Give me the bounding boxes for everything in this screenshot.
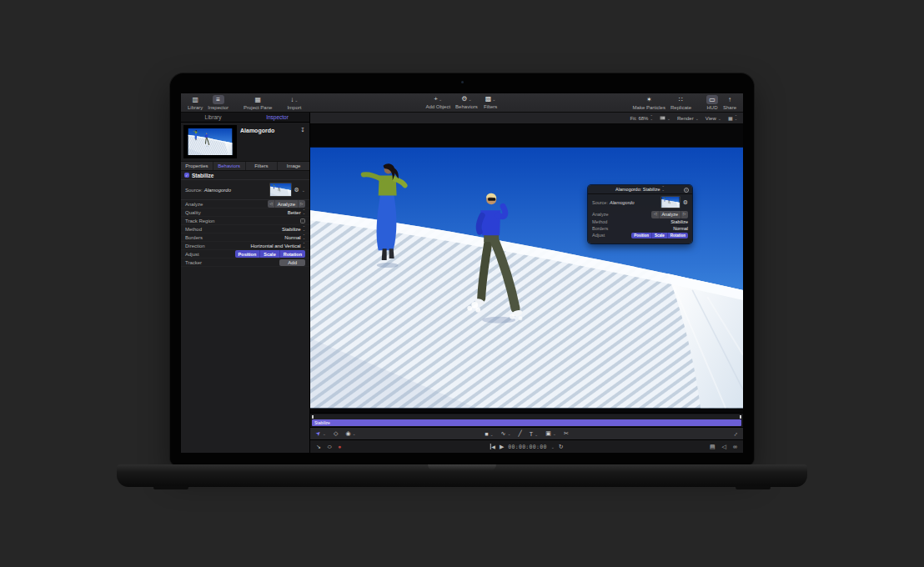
hud-adjust-position-button[interactable]: Position: [631, 233, 652, 238]
chevron-down-icon: ⌄: [490, 432, 493, 437]
cut-tool-button[interactable]: ✂: [564, 430, 569, 437]
hud-label: HUD: [706, 105, 717, 110]
tab-filters[interactable]: Filters: [246, 162, 279, 170]
project-pane-button[interactable]: ▦ Project Pane: [244, 95, 272, 110]
tracker-row: Tracker Add: [181, 258, 309, 267]
tab-library[interactable]: Library: [181, 113, 245, 122]
source-gear-icon[interactable]: ⚙: [294, 187, 299, 193]
direction-popup[interactable]: Horizontal and Vertical ⌃⌄: [251, 243, 305, 248]
direction-label: Direction: [185, 243, 205, 248]
transform-tool-button[interactable]: ◇: [334, 430, 338, 437]
hud-method-value[interactable]: Stabilize: [670, 219, 688, 224]
behavior-header: ✓ Stabilize: [181, 171, 309, 180]
source-thumbnail[interactable]: [269, 183, 292, 197]
select-tool-button[interactable]: ➤ ⌄: [316, 430, 326, 437]
snap-icon[interactable]: ↘: [316, 444, 321, 450]
line-tool-button[interactable]: ╱: [519, 430, 522, 437]
grid-icon: ▦: [728, 115, 733, 121]
analyze-control: ◁ Analyze ▷: [268, 200, 305, 208]
rectangle-tool-button[interactable]: ■ ⌄: [485, 431, 493, 437]
resize-handle-icon[interactable]: ↕: [733, 430, 739, 436]
library-icon: ▥: [189, 95, 201, 104]
loop-button[interactable]: ↻: [559, 444, 564, 450]
tab-image[interactable]: Image: [278, 162, 309, 170]
tab-behaviors[interactable]: Behaviors: [213, 162, 246, 170]
library-button[interactable]: ▥ Library: [188, 95, 203, 110]
share-button[interactable]: ↑ Share: [723, 95, 736, 110]
timecode-display[interactable]: 00:00:00:00: [508, 444, 546, 450]
make-particles-button[interactable]: ✶ Make Particles: [633, 95, 665, 110]
stabilize-behavior-bar[interactable]: Stabilize: [312, 419, 741, 426]
track-region-checkbox[interactable]: [300, 218, 305, 223]
info-icon[interactable]: i: [684, 188, 689, 193]
behaviors-label: Behaviors: [455, 104, 478, 109]
record-button[interactable]: ●: [338, 444, 341, 449]
quality-popup[interactable]: Better ⌃⌄: [288, 210, 305, 215]
hud-source-thumbnail[interactable]: [660, 196, 680, 208]
hud-borders-value[interactable]: Normal: [673, 226, 688, 231]
laptop-base: [117, 464, 807, 487]
channels-popup[interactable]: ⌄: [660, 116, 670, 121]
render-popup[interactable]: Render ⌄: [677, 116, 699, 121]
stabilize-bar-label: Stabilize: [314, 420, 330, 425]
behaviors-button[interactable]: ⚙⌄ Behaviors: [455, 94, 478, 109]
behavior-enabled-checkbox[interactable]: ✓: [184, 173, 189, 178]
previous-frame-button[interactable]: ◀: [490, 444, 495, 449]
hud-analyze-button[interactable]: Analyze: [660, 211, 681, 218]
hud-adjust-rotation-button[interactable]: Rotation: [668, 233, 688, 238]
tracker-add-button[interactable]: Add: [279, 259, 305, 266]
source-row: Source: Alamogordo ⚙ ⌄: [181, 180, 309, 200]
pin-icon[interactable]: ↧: [300, 127, 305, 133]
zoom-level-popup[interactable]: Fit: 68% ⌃⌄: [630, 116, 652, 121]
hud-source-value: Alamogordo: [610, 200, 635, 205]
canvas-viewport[interactable]: Alamogordo: Stabilize ⌃⌄ i Source: Alamo…: [310, 124, 743, 413]
chevron-down-icon[interactable]: ⌄: [302, 188, 305, 193]
hud-adjust-scale-button[interactable]: Scale: [652, 233, 668, 238]
adjust-rotation-button[interactable]: Rotation: [280, 250, 305, 258]
hud-analyze-back-button[interactable]: ◁: [651, 211, 659, 218]
play-button[interactable]: ▶: [500, 444, 504, 450]
filters-button[interactable]: ▩⌄ Filters: [483, 94, 499, 109]
chevron-down-icon[interactable]: ⌄: [551, 444, 555, 449]
hud-button[interactable]: ▭ HUD: [706, 95, 718, 110]
inspector-tab-bar: Properties Behaviors Filters Image: [181, 161, 309, 171]
region-icon[interactable]: ○: [327, 444, 332, 449]
keyframe-editor-toggle-button[interactable]: ∞: [733, 444, 737, 449]
adjust-position-button[interactable]: Position: [235, 250, 261, 258]
analyze-button[interactable]: Analyze: [275, 200, 298, 208]
hud-analyze-forward-button[interactable]: ▷: [681, 211, 688, 218]
add-object-icon: +⌄: [431, 94, 444, 103]
hud-panel[interactable]: Alamogordo: Stabilize ⌃⌄ i Source: Alamo…: [588, 185, 692, 243]
text-tool-button[interactable]: T ⌄: [530, 431, 538, 437]
motion-app-window: ▥ Library ≡ Inspector ▦ Project Pane ↓⌄: [181, 93, 743, 453]
tab-properties[interactable]: Properties: [181, 162, 213, 170]
mask-tool-button[interactable]: ◉ ⌄: [345, 430, 355, 437]
image-mask-tool-button[interactable]: ▣ ⌄: [545, 430, 556, 437]
media-thumbnail[interactable]: [183, 125, 237, 158]
hud-borders-label: Borders: [592, 226, 608, 231]
method-popup[interactable]: Stabilize ⌃⌄: [282, 227, 305, 232]
import-button[interactable]: ↓⌄ Import: [287, 95, 301, 110]
timeline-toggle-button[interactable]: ▤: [710, 444, 716, 450]
layout-popup[interactable]: ▦ ⌃⌄: [728, 115, 737, 121]
bezier-tool-button[interactable]: ∿ ⌄: [501, 430, 511, 437]
adjust-scale-button[interactable]: Scale: [260, 250, 279, 258]
add-object-button[interactable]: +⌄ Add Object: [425, 94, 450, 109]
hud-adjust-label: Adjust: [592, 233, 605, 238]
import-icon: ↓⌄: [288, 95, 300, 104]
hud-gear-icon[interactable]: ⚙: [683, 199, 688, 206]
track-region-label: Track Region: [185, 218, 214, 223]
view-popup[interactable]: View ⌄: [706, 116, 721, 121]
chevron-down-icon: ⌄: [352, 431, 355, 436]
hud-title-bar[interactable]: Alamogordo: Stabilize ⌃⌄ i: [588, 185, 692, 194]
analyze-back-button[interactable]: ◁: [268, 200, 275, 208]
panel-tab-bar: Library Inspector: [181, 113, 309, 123]
audio-toggle-button[interactable]: ◁: [722, 444, 726, 450]
tab-inspector[interactable]: Inspector: [245, 113, 309, 122]
share-label: Share: [723, 105, 736, 110]
borders-popup[interactable]: Normal ⌃⌄: [284, 235, 305, 240]
replicate-button[interactable]: ∷ Replicate: [670, 95, 691, 110]
tracker-label: Tracker: [185, 260, 202, 265]
analyze-forward-button[interactable]: ▷: [299, 200, 305, 208]
inspector-button[interactable]: ≡ Inspector: [208, 95, 228, 110]
